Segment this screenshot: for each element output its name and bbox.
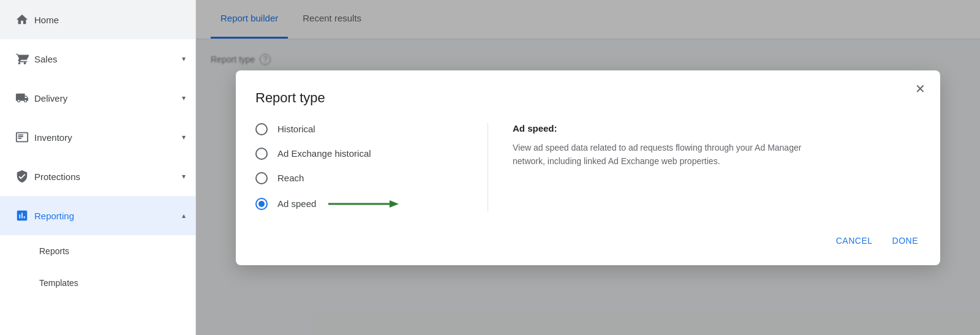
radio-ad-exchange-button[interactable] (255, 148, 268, 160)
modal-title: Report type (255, 90, 921, 106)
radio-label-ad-exchange: Ad Exchange historical (277, 148, 371, 159)
sidebar-subitem-templates[interactable]: Templates (0, 267, 195, 299)
green-arrow-indicator (328, 197, 402, 211)
radio-option-ad-speed[interactable]: Ad speed (255, 197, 468, 211)
cancel-button[interactable]: CANCEL (834, 231, 875, 250)
sidebar-item-home[interactable]: Home (0, 0, 195, 39)
sidebar-item-label-reporting: Reporting (34, 211, 182, 221)
radio-inner-dot (258, 201, 265, 207)
radio-historical-button[interactable] (255, 123, 268, 135)
sales-icon (10, 52, 34, 66)
radio-reach-button[interactable] (255, 172, 268, 184)
sidebar-item-label-protections: Protections (34, 171, 182, 182)
delivery-icon (10, 91, 34, 105)
radio-label-ad-speed: Ad speed (277, 198, 316, 209)
inventory-icon (10, 130, 34, 144)
modal-overlay: ✕ Report type Historical Ad Exchange his… (196, 0, 980, 335)
modal-footer: CANCEL DONE (255, 231, 921, 250)
chevron-down-icon-protections: ▾ (182, 172, 186, 181)
chevron-down-icon-inventory: ▾ (182, 133, 186, 141)
sidebar-item-protections[interactable]: Protections ▾ (0, 157, 195, 196)
sidebar-item-reporting[interactable]: Reporting ▴ (0, 196, 195, 235)
sidebar-subitem-reports[interactable]: Reports (0, 235, 195, 267)
reporting-icon (10, 209, 34, 222)
modal-description: Ad speed: View ad speed data related to … (488, 123, 921, 211)
modal-close-button[interactable]: ✕ (915, 83, 925, 95)
radio-option-historical[interactable]: Historical (255, 123, 468, 135)
modal-body: Historical Ad Exchange historical Reach (255, 123, 921, 211)
sidebar-item-label-delivery: Delivery (34, 93, 182, 104)
done-button[interactable]: DONE (890, 231, 921, 250)
sidebar-item-sales[interactable]: Sales ▾ (0, 39, 195, 78)
radio-label-historical: Historical (277, 124, 315, 134)
sidebar-subitem-label-reports: Reports (39, 246, 69, 256)
sidebar-item-inventory[interactable]: Inventory ▾ (0, 118, 195, 157)
sidebar-item-label-sales: Sales (34, 54, 182, 64)
sidebar: Home Sales ▾ Delivery ▾ Inventory ▾ Prot… (0, 0, 196, 335)
radio-label-reach: Reach (277, 173, 304, 183)
chevron-down-icon-delivery: ▾ (182, 94, 186, 102)
description-title: Ad speed: (513, 123, 921, 134)
arrow-icon (328, 197, 402, 211)
chevron-up-icon-reporting: ▴ (182, 211, 186, 220)
svg-marker-1 (390, 200, 399, 208)
sidebar-item-label-inventory: Inventory (34, 132, 182, 143)
modal-options-list: Historical Ad Exchange historical Reach (255, 123, 488, 211)
protections-icon (10, 170, 34, 183)
chevron-down-icon-sales: ▾ (182, 55, 186, 63)
radio-option-ad-exchange-historical[interactable]: Ad Exchange historical (255, 148, 468, 160)
radio-ad-speed-button[interactable] (255, 198, 268, 210)
home-icon (10, 13, 34, 26)
main-content: Report builder Recent results Report typ… (196, 0, 980, 335)
sidebar-item-label-home: Home (34, 15, 186, 25)
report-type-modal: ✕ Report type Historical Ad Exchange his… (236, 70, 940, 265)
description-text: View ad speed data related to ad request… (513, 141, 819, 168)
sidebar-subitem-label-templates: Templates (39, 278, 78, 288)
radio-option-reach[interactable]: Reach (255, 172, 468, 184)
sidebar-item-delivery[interactable]: Delivery ▾ (0, 78, 195, 118)
